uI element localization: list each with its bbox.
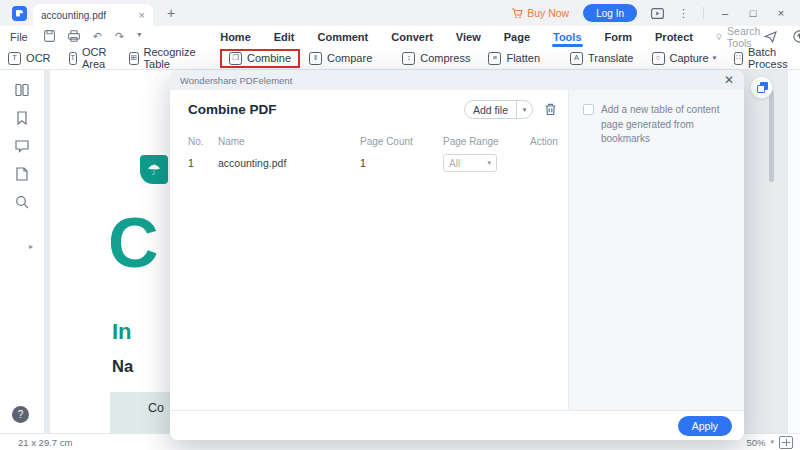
file-table-header: No.NamePage CountPage RangeAction — [188, 133, 560, 149]
share-icon[interactable] — [764, 31, 777, 43]
batch-process-icon: ∷ — [734, 52, 743, 65]
page-range-value: All — [449, 158, 487, 169]
menu-items: HomeEditCommentConvertViewPageToolsFormP… — [219, 29, 694, 45]
toc-checkbox[interactable] — [583, 104, 594, 115]
new-tab-button[interactable]: + — [167, 5, 175, 21]
more-options-icon[interactable]: ⋮ — [678, 7, 689, 20]
tab-close-icon[interactable]: × — [139, 9, 145, 21]
tool-label: Flatten — [506, 52, 540, 64]
document-tab[interactable]: accounting.pdf × — [33, 4, 153, 26]
minimize-button[interactable]: – — [718, 7, 732, 19]
combine-file-list-pane: Combine PDF Add file ▾ No.NamePage Count… — [170, 90, 568, 410]
apply-button[interactable]: Apply — [678, 416, 732, 436]
log-in-button[interactable]: Log In — [583, 4, 637, 22]
delete-files-icon[interactable] — [543, 102, 558, 117]
tool-translate[interactable]: ATranslate — [561, 50, 642, 67]
compress-icon: ↕ — [402, 52, 415, 65]
search-panel-icon[interactable] — [14, 194, 30, 210]
tool-flatten[interactable]: ≡Flatten — [479, 50, 549, 67]
cell-page-count: 1 — [360, 157, 443, 169]
dialog-close-icon[interactable]: ✕ — [724, 73, 734, 87]
tool-ocr[interactable]: TOCR — [0, 50, 60, 67]
column-header-no-: No. — [188, 136, 218, 147]
zoom-level[interactable]: 50% — [746, 437, 765, 448]
page-size-label: 21 x 29.7 cm — [18, 437, 72, 448]
menu-form[interactable]: Form — [604, 29, 634, 45]
add-file-label[interactable]: Add file — [465, 104, 516, 116]
file-table-row[interactable]: 1accounting.pdf1All▾ — [188, 149, 560, 177]
video-tutorial-icon[interactable] — [651, 8, 664, 19]
menu-convert[interactable]: Convert — [390, 29, 434, 45]
capture-icon: ○ — [652, 52, 665, 65]
bookmarks-panel-icon[interactable] — [14, 110, 30, 126]
attachments-panel-icon[interactable] — [14, 166, 30, 182]
menu-comment[interactable]: Comment — [317, 29, 370, 45]
multi-window-button[interactable] — [750, 76, 773, 99]
document-subheading: In — [112, 319, 132, 345]
page-range-select[interactable]: All▾ — [443, 154, 497, 172]
ocr-area-icon: T — [69, 52, 77, 65]
menu-page[interactable]: Page — [503, 29, 531, 45]
help-button[interactable]: ? — [12, 406, 29, 423]
tool-combine[interactable]: ❐Combine — [220, 49, 300, 68]
tool-label: OCR Area — [82, 46, 111, 70]
tool-compress[interactable]: ↕Compress — [393, 50, 479, 67]
combine-options-pane: Add a new table of content page generate… — [568, 90, 744, 410]
flatten-icon: ≡ — [488, 52, 501, 65]
zoom-caret-icon[interactable]: ▾ — [770, 438, 774, 446]
column-header-page-count: Page Count — [360, 136, 443, 147]
tool-compare[interactable]: ‖Compare — [300, 50, 381, 67]
tool-recognize-table[interactable]: ⊞Recognize Table — [120, 44, 208, 72]
dialog-titlebar[interactable]: Wondershare PDFelement ✕ — [170, 70, 744, 90]
panel-expand-handle[interactable]: ▸ — [29, 242, 33, 251]
combine-pdf-dialog: Wondershare PDFelement ✕ Combine PDF Add… — [170, 70, 744, 440]
page-grid-view-icon[interactable] — [779, 436, 793, 449]
document-heading: C — [108, 208, 159, 278]
file-table: No.NamePage CountPage RangeAction 1accou… — [188, 133, 568, 177]
cell-name: accounting.pdf — [218, 157, 360, 169]
dialog-app-title: Wondershare PDFelement — [180, 75, 292, 86]
menu-tools[interactable]: Tools — [552, 29, 583, 45]
left-sidebar: ? — [0, 70, 45, 433]
menu-file[interactable]: File — [10, 31, 28, 43]
sync-icon[interactable] — [793, 30, 800, 43]
buy-now-label: Buy Now — [527, 7, 569, 19]
maximize-button[interactable]: □ — [746, 7, 760, 19]
lightbulb-icon — [716, 31, 722, 43]
buy-now-button[interactable]: Buy Now — [511, 7, 569, 19]
tool-label: Batch Process — [748, 46, 792, 70]
cell-no: 1 — [188, 157, 218, 169]
undo-icon[interactable]: ↶ — [93, 30, 102, 43]
quick-access-caret-icon[interactable]: ▾ — [137, 30, 141, 43]
menu-view[interactable]: View — [455, 29, 482, 45]
cart-icon — [511, 8, 523, 19]
tool-ocr-area[interactable]: TOCR Area — [60, 44, 120, 72]
tool-label: Capture — [670, 52, 709, 64]
add-file-button[interactable]: Add file ▾ — [464, 100, 533, 119]
menu-protect[interactable]: Protect — [654, 29, 694, 45]
window-controls-divider — [703, 7, 704, 19]
comments-panel-icon[interactable] — [14, 138, 30, 154]
tool-label: Compare — [327, 52, 372, 64]
save-icon[interactable] — [44, 30, 55, 42]
document-logo-icon: ☂ — [140, 155, 168, 184]
toc-checkbox-label: Add a new table of content page generate… — [601, 103, 732, 147]
tool-label: OCR — [26, 52, 50, 64]
dialog-footer: Apply — [170, 410, 744, 440]
menu-home[interactable]: Home — [219, 29, 252, 45]
tool-label: Combine — [247, 52, 291, 64]
menu-edit[interactable]: Edit — [273, 29, 296, 45]
redo-icon[interactable]: ↷ — [115, 30, 124, 43]
tool-capture[interactable]: ○Capture▾ — [643, 50, 726, 67]
ocr-icon: T — [8, 52, 21, 65]
tab-title: accounting.pdf — [41, 10, 139, 21]
tool-label: Translate — [588, 52, 633, 64]
thumbnails-panel-icon[interactable] — [14, 82, 30, 98]
vertical-scrollbar[interactable] — [769, 90, 774, 182]
close-window-button[interactable]: × — [774, 7, 788, 19]
tool-batch-process[interactable]: ∷Batch Process — [725, 44, 800, 72]
print-icon[interactable] — [68, 30, 80, 42]
translate-icon: A — [570, 52, 583, 65]
add-file-caret-icon[interactable]: ▾ — [517, 106, 532, 114]
tool-label: Recognize Table — [144, 46, 199, 70]
